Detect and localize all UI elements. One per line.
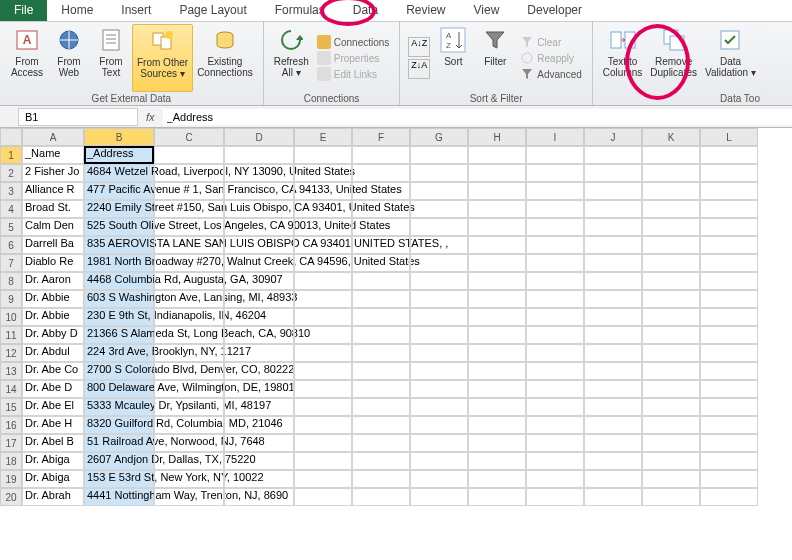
cell[interactable] bbox=[468, 416, 526, 434]
tab-insert[interactable]: Insert bbox=[107, 0, 165, 21]
cell[interactable] bbox=[294, 254, 352, 272]
cell[interactable]: Dr. Abel B bbox=[22, 434, 84, 452]
cell[interactable]: 4441 Nottingham Way, Trenton, NJ, 8690 bbox=[84, 488, 154, 506]
cell[interactable] bbox=[468, 254, 526, 272]
cell[interactable] bbox=[352, 362, 410, 380]
cell[interactable] bbox=[468, 452, 526, 470]
cell[interactable] bbox=[224, 236, 294, 254]
cell[interactable] bbox=[642, 344, 700, 362]
cell[interactable]: 224 3rd Ave, Brooklyn, NY, 11217 bbox=[84, 344, 154, 362]
cell[interactable] bbox=[584, 218, 642, 236]
cell[interactable] bbox=[410, 164, 468, 182]
cell[interactable]: _Address bbox=[84, 146, 154, 164]
cell[interactable] bbox=[642, 182, 700, 200]
cell[interactable] bbox=[526, 380, 584, 398]
advanced-button[interactable]: Advanced bbox=[518, 66, 583, 82]
cell[interactable] bbox=[352, 380, 410, 398]
cell[interactable] bbox=[352, 272, 410, 290]
cell[interactable] bbox=[468, 344, 526, 362]
reapply-button[interactable]: Reapply bbox=[518, 50, 583, 66]
cell[interactable] bbox=[224, 254, 294, 272]
cell[interactable]: Dr. Abbie bbox=[22, 308, 84, 326]
cell[interactable] bbox=[700, 308, 758, 326]
cell[interactable] bbox=[154, 488, 224, 506]
cell[interactable] bbox=[224, 398, 294, 416]
cell[interactable] bbox=[410, 380, 468, 398]
cell[interactable] bbox=[584, 470, 642, 488]
cell[interactable] bbox=[410, 218, 468, 236]
cell[interactable] bbox=[468, 164, 526, 182]
cell[interactable] bbox=[468, 380, 526, 398]
cell[interactable] bbox=[224, 416, 294, 434]
sort-desc-button[interactable]: Z↓A bbox=[408, 59, 430, 79]
cell[interactable] bbox=[224, 146, 294, 164]
row-header[interactable]: 11 bbox=[0, 326, 22, 344]
cell[interactable] bbox=[700, 272, 758, 290]
cell[interactable] bbox=[224, 326, 294, 344]
from-access-button[interactable]: AFromAccess bbox=[6, 24, 48, 92]
cell[interactable] bbox=[468, 362, 526, 380]
cell[interactable] bbox=[526, 254, 584, 272]
cell[interactable] bbox=[584, 146, 642, 164]
cell[interactable] bbox=[154, 236, 224, 254]
cell[interactable] bbox=[700, 326, 758, 344]
cell[interactable]: _Name bbox=[22, 146, 84, 164]
cell[interactable]: Dr. Abiga bbox=[22, 470, 84, 488]
cell[interactable] bbox=[700, 380, 758, 398]
row-header[interactable]: 3 bbox=[0, 182, 22, 200]
cell[interactable] bbox=[642, 164, 700, 182]
cell[interactable] bbox=[642, 146, 700, 164]
cell[interactable] bbox=[526, 218, 584, 236]
cell[interactable] bbox=[352, 434, 410, 452]
cell[interactable] bbox=[642, 362, 700, 380]
cell[interactable] bbox=[700, 434, 758, 452]
cell[interactable] bbox=[700, 416, 758, 434]
cell[interactable]: 2607 Andjon Dr, Dallas, TX, 75220 bbox=[84, 452, 154, 470]
cell[interactable] bbox=[352, 164, 410, 182]
cell[interactable] bbox=[526, 164, 584, 182]
cell[interactable] bbox=[642, 290, 700, 308]
cell[interactable] bbox=[642, 398, 700, 416]
cell[interactable] bbox=[154, 182, 224, 200]
cell[interactable] bbox=[642, 200, 700, 218]
cell[interactable] bbox=[294, 164, 352, 182]
cell[interactable]: 1981 North Broadway #270, Walnut Creek, … bbox=[84, 254, 154, 272]
cell[interactable] bbox=[642, 272, 700, 290]
cell[interactable] bbox=[154, 290, 224, 308]
cell[interactable]: Broad St. bbox=[22, 200, 84, 218]
col-header-H[interactable]: H bbox=[468, 128, 526, 146]
cell[interactable] bbox=[294, 200, 352, 218]
cell[interactable] bbox=[526, 470, 584, 488]
cell[interactable] bbox=[700, 362, 758, 380]
cell[interactable] bbox=[526, 290, 584, 308]
cell[interactable] bbox=[352, 146, 410, 164]
col-header-G[interactable]: G bbox=[410, 128, 468, 146]
cell[interactable] bbox=[642, 416, 700, 434]
cell[interactable] bbox=[642, 308, 700, 326]
cell[interactable]: Dr. Abe H bbox=[22, 416, 84, 434]
cell[interactable] bbox=[584, 254, 642, 272]
cell[interactable] bbox=[294, 290, 352, 308]
cell[interactable] bbox=[410, 488, 468, 506]
cell[interactable] bbox=[700, 452, 758, 470]
cell[interactable] bbox=[410, 470, 468, 488]
cell[interactable] bbox=[410, 182, 468, 200]
cell[interactable] bbox=[642, 488, 700, 506]
refresh-all-button[interactable]: RefreshAll ▾ bbox=[270, 24, 313, 92]
cell[interactable] bbox=[154, 164, 224, 182]
cell[interactable] bbox=[294, 452, 352, 470]
row-header[interactable]: 16 bbox=[0, 416, 22, 434]
cell[interactable] bbox=[224, 470, 294, 488]
cell[interactable] bbox=[410, 398, 468, 416]
cell[interactable] bbox=[294, 398, 352, 416]
cell[interactable]: 800 Delaware Ave, Wilmington, DE, 19801 bbox=[84, 380, 154, 398]
cell[interactable]: 51 Railroad Ave, Norwood, NJ, 7648 bbox=[84, 434, 154, 452]
existing-connections-button[interactable]: ExistingConnections bbox=[193, 24, 257, 92]
row-header[interactable]: 20 bbox=[0, 488, 22, 506]
cell[interactable] bbox=[154, 398, 224, 416]
cell[interactable] bbox=[294, 326, 352, 344]
select-all-corner[interactable] bbox=[0, 128, 22, 146]
cell[interactable]: Dr. Abrah bbox=[22, 488, 84, 506]
cell[interactable] bbox=[584, 272, 642, 290]
cell[interactable] bbox=[700, 488, 758, 506]
